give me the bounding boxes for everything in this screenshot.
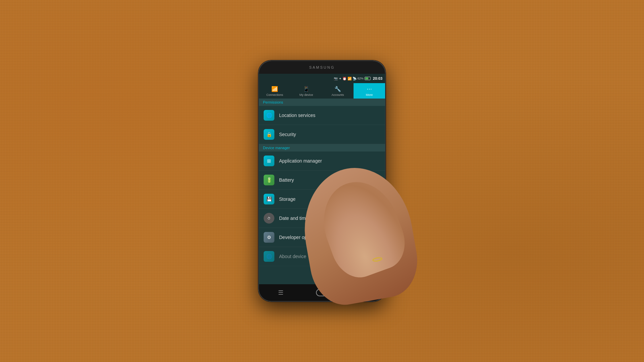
phone-screen: 📷 ✦ ⏰ 📶 📡 62% 20:03 📶 Connections xyxy=(259,74,385,284)
location-services-icon: 🌐 xyxy=(264,110,274,121)
application-manager-label: Application manager xyxy=(279,158,322,164)
connections-icon: 📶 xyxy=(271,86,278,92)
developer-options-icon: ⚙ xyxy=(264,232,274,243)
settings-item-battery[interactable]: 🔋 Battery xyxy=(259,171,385,190)
storage-icon: 💾 xyxy=(264,194,274,204)
tab-connections-label: Connections xyxy=(266,93,283,97)
settings-item-security[interactable]: 🔒 Security xyxy=(259,125,385,144)
about-device-icon: 🌐 xyxy=(264,251,274,262)
battery-percent: 62% xyxy=(358,77,364,80)
settings-item-developer-options[interactable]: ⚙ Developer options xyxy=(259,228,385,247)
security-icon: 🔒 xyxy=(264,129,274,140)
alarm-icon: ⏰ xyxy=(342,77,346,80)
bluetooth-icon: ✦ xyxy=(339,77,341,80)
phone-device: SAMSUNG 📷 ✦ ⏰ 📶 📡 62% 20:03 xyxy=(258,60,386,302)
menu-button[interactable]: ☰ xyxy=(273,286,289,299)
date-and-time-label: Date and time xyxy=(279,216,308,221)
signal-icon: 📡 xyxy=(353,77,357,80)
tab-more-label: More xyxy=(366,93,373,97)
tab-more[interactable]: ⋯ More xyxy=(354,83,385,99)
home-button[interactable] xyxy=(316,289,328,296)
battery-fill xyxy=(365,77,368,79)
status-bar: 📷 ✦ ⏰ 📶 📡 62% 20:03 xyxy=(259,74,385,83)
brand-logo: SAMSUNG xyxy=(309,65,335,69)
tab-bar: 📶 Connections 📱 My device 🔧 Accounts ⋯ M… xyxy=(259,83,385,99)
datetime-icon: ⏱ xyxy=(264,213,274,224)
bottom-navigation: ☰ ↩ xyxy=(259,284,385,301)
status-icons: 📷 ✦ ⏰ 📶 📡 62% 20:03 xyxy=(334,76,382,80)
accounts-icon: 🔧 xyxy=(334,86,341,92)
security-label: Security xyxy=(279,132,296,137)
application-manager-icon: ⊞ xyxy=(264,156,274,166)
about-device-label: About device xyxy=(279,254,306,259)
time-display: 20:03 xyxy=(373,76,382,80)
settings-item-location-services[interactable]: 🌐 Location services xyxy=(259,106,385,125)
battery-icon: 🔋 xyxy=(264,175,274,185)
location-services-label: Location services xyxy=(279,113,315,118)
my-device-icon: 📱 xyxy=(303,86,310,92)
battery-label: Battery xyxy=(279,177,294,183)
phone-body: SAMSUNG 📷 ✦ ⏰ 📶 📡 62% 20:03 xyxy=(258,60,386,302)
section-header-permissions-label: Permissions xyxy=(263,100,283,104)
screenshot-icon: 📷 xyxy=(334,77,338,80)
section-header-device-manager-label: Device manager xyxy=(263,146,290,150)
tab-my-device-label: My device xyxy=(300,93,313,97)
settings-item-date-and-time[interactable]: ⏱ Date and time xyxy=(259,209,385,228)
tab-my-device[interactable]: 📱 My device xyxy=(290,83,322,99)
battery-indicator xyxy=(365,77,371,80)
section-header-permissions: Permissions xyxy=(259,99,385,106)
more-icon: ⋯ xyxy=(367,86,372,92)
storage-label: Storage xyxy=(279,196,296,202)
settings-content: Permissions 🌐 Location services 🔒 Securi… xyxy=(259,99,385,284)
tab-connections[interactable]: 📶 Connections xyxy=(259,83,290,99)
settings-item-about-device[interactable]: 🌐 About device xyxy=(259,247,385,266)
phone-top-bar: SAMSUNG xyxy=(259,61,385,74)
tab-accounts[interactable]: 🔧 Accounts xyxy=(322,83,354,99)
section-header-device-manager: Device manager xyxy=(259,144,385,152)
settings-item-storage[interactable]: 💾 Storage xyxy=(259,190,385,209)
wifi-icon: 📶 xyxy=(347,77,352,80)
settings-item-application-manager[interactable]: ⊞ Application manager xyxy=(259,152,385,171)
tab-accounts-label: Accounts xyxy=(331,93,344,97)
back-button[interactable]: ↩ xyxy=(356,286,371,299)
developer-options-label: Developer options xyxy=(279,235,317,240)
